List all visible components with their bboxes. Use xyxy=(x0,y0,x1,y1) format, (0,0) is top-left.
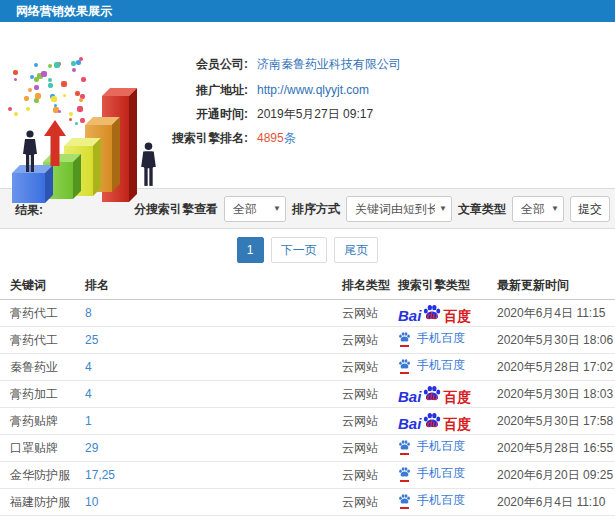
baidu-logo-du: du xyxy=(426,420,437,429)
page-button-current[interactable]: 1 xyxy=(237,237,264,263)
column-header: 排名类型 xyxy=(342,271,398,300)
sort-filter-label: 排序方式 xyxy=(292,201,340,218)
updated-cell: 2020年5月30日 17:58 xyxy=(497,408,615,435)
baidu-paw-icon xyxy=(398,358,411,371)
engine-filter-select[interactable]: 全部 xyxy=(224,196,286,222)
search-engine-rank-count: 4895条 xyxy=(257,131,296,145)
mobile-baidu-logo: 手机百度 xyxy=(398,330,465,347)
keyword-cell xyxy=(0,516,85,520)
rank-link[interactable]: 4 xyxy=(85,360,92,374)
rank-cell: 4 xyxy=(85,354,342,381)
confetti-dot xyxy=(76,60,81,65)
mobile-baidu-paw-icon xyxy=(398,331,412,347)
confetti-dot xyxy=(48,83,53,88)
confetti-dot xyxy=(48,64,52,68)
confetti-dot xyxy=(28,88,32,92)
filter-controls: 分搜索引擎查看 全部 ▼ 排序方式 关键词由短到长排序 ▼ 文章类型 全部 ▼ … xyxy=(134,196,610,222)
keyword-cell: 口罩贴牌 xyxy=(0,435,85,462)
engine-cell: Baidu百度 xyxy=(398,381,497,408)
mobile-baidu-paw-icon xyxy=(398,358,412,374)
engine-cell: 手机百度 xyxy=(398,327,497,354)
confetti-dot xyxy=(8,107,12,111)
baidu-logo-cn: 百度 xyxy=(443,390,471,404)
table-body: 膏药代工8云网站Baidu百度2020年6月4日 11:15膏药代工25云网站手… xyxy=(0,300,615,520)
baidu-paw-icon xyxy=(398,493,411,506)
pagination: 1 下一页 尾页 xyxy=(0,237,615,263)
table-row: 膏药代工8云网站Baidu百度2020年6月4日 11:15 xyxy=(0,300,615,327)
mobile-baidu-underline xyxy=(400,345,409,347)
businessman-left xyxy=(20,130,40,177)
confetti-dot xyxy=(34,85,39,90)
mobile-baidu-paw-icon xyxy=(398,439,412,455)
info-value-link[interactable]: http://www.qlyyjt.com xyxy=(257,83,369,97)
confetti-dot xyxy=(54,104,57,107)
rank-cell xyxy=(85,516,342,520)
sort-filter-select[interactable]: 关键词由短到长排序 xyxy=(346,196,452,222)
rank-cell: 17,25 xyxy=(85,462,342,489)
mobile-baidu-label: 手机百度 xyxy=(417,492,465,509)
baidu-logo-du: du xyxy=(426,393,437,402)
baidu-logo-bai: Bai xyxy=(398,416,421,431)
baidu-logo: Baidu百度 xyxy=(398,303,471,323)
rank-link[interactable]: 8 xyxy=(85,306,92,320)
table-row: 膏药贴牌1云网站Baidu百度2020年5月30日 17:58 xyxy=(0,408,615,435)
rank-link[interactable]: 29 xyxy=(85,441,98,455)
member-info-section: 会员公司:济南秦鲁药业科技有限公司推广地址:http://www.qlyyjt.… xyxy=(0,22,615,188)
rank-link[interactable]: 10 xyxy=(85,495,98,509)
results-table: 关键词排名排名类型搜索引擎类型最新更新时间 膏药代工8云网站Baidu百度202… xyxy=(0,271,615,520)
mobile-baidu-label: 手机百度 xyxy=(417,330,465,347)
table-row: 金华防护服17,25云网站手机百度2020年6月20日 09:25 xyxy=(0,462,615,489)
engine-cell: 手机百度 xyxy=(398,489,497,516)
info-value-link[interactable]: 济南秦鲁药业科技有限公司 xyxy=(257,57,401,71)
info-label: 开通时间: xyxy=(160,106,248,122)
mobile-baidu-underline xyxy=(400,507,409,509)
confetti-dot xyxy=(75,91,80,96)
table-row: 秦鲁药业4云网站手机百度2020年5月28日 17:02 xyxy=(0,354,615,381)
updated-cell: 2020年5月30日 18:03 xyxy=(497,381,615,408)
engine-cell: Baidu百度 xyxy=(398,408,497,435)
businessman-right xyxy=(138,142,159,191)
confetti-dot xyxy=(77,106,83,112)
info-label: 会员公司: xyxy=(160,56,248,72)
page-button-last[interactable]: 尾页 xyxy=(334,237,378,263)
article-type-wrap: 全部 ▼ xyxy=(512,196,564,222)
result-label: 结果: xyxy=(15,202,43,219)
confetti-dot xyxy=(14,112,18,116)
rank-type-cell: 云网站 xyxy=(342,435,398,462)
confetti-dot xyxy=(54,62,60,68)
article-type-select[interactable]: 全部 xyxy=(512,196,564,222)
rank-type-cell: 云网站 xyxy=(342,327,398,354)
keyword-cell: 金华防护服 xyxy=(0,462,85,489)
updated-cell: 2020年5月28日 17:02 xyxy=(497,354,615,381)
info-row: 会员公司:济南秦鲁药业科技有限公司 xyxy=(160,56,401,72)
column-header: 关键词 xyxy=(0,271,85,300)
keyword-cell: 膏药代工 xyxy=(0,300,85,327)
confetti-dot xyxy=(75,122,78,125)
rank-cell: 29 xyxy=(85,435,342,462)
submit-button[interactable]: 提交 xyxy=(570,196,610,222)
table-row: 膏药加工4云网站Baidu百度2020年5月30日 18:03 xyxy=(0,381,615,408)
keyword-cell: 膏药代工 xyxy=(0,327,85,354)
confetti-dot xyxy=(13,70,18,75)
confetti-dot xyxy=(24,96,29,101)
baidu-paw-icon: du xyxy=(422,303,442,323)
mobile-baidu-paw-icon xyxy=(398,466,412,482)
mobile-baidu-label: 手机百度 xyxy=(417,465,465,482)
rank-link[interactable]: 1 xyxy=(85,414,92,428)
rank-cell: 1 xyxy=(85,408,342,435)
confetti-dot xyxy=(79,98,83,102)
page-button-next[interactable]: 下一页 xyxy=(271,237,327,263)
chart-bar-1 xyxy=(12,173,45,203)
column-header: 排名 xyxy=(85,271,342,300)
article-type-label: 文章类型 xyxy=(458,201,506,218)
table-row xyxy=(0,516,615,520)
rank-link[interactable]: 4 xyxy=(85,387,92,401)
rank-link[interactable]: 25 xyxy=(85,333,98,347)
updated-cell: 2020年5月30日 18:06 xyxy=(497,327,615,354)
confetti-dot xyxy=(80,118,85,123)
rank-link[interactable]: 17,25 xyxy=(85,468,115,482)
bar-side-face xyxy=(93,138,101,196)
bar-front-face xyxy=(12,173,45,203)
confetti-dot xyxy=(58,110,61,113)
bar-side-face xyxy=(129,88,137,202)
